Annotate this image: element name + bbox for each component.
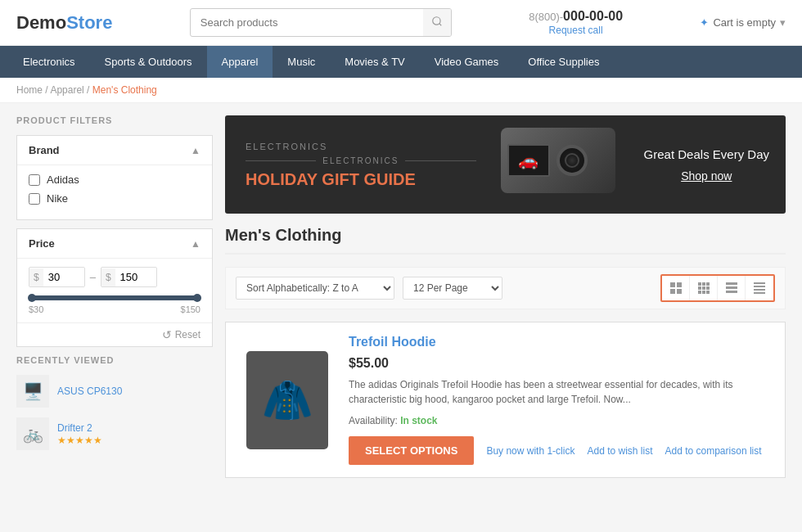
main-layout: PRODUCT FILTERS Brand ▲ Adidas Nike <box>0 103 802 490</box>
toolbar-left: Sort Alphabetically: Z to A 12 Per Page <box>236 277 502 300</box>
logo[interactable]: DemoStore <box>16 12 112 34</box>
product-name[interactable]: Trefoil Hoodie <box>349 335 773 349</box>
brand-adidas-item[interactable]: Adidas <box>29 174 200 186</box>
sidebar: PRODUCT FILTERS Brand ▲ Adidas Nike <box>16 115 213 478</box>
recent-item-drifter: 🚲 Drifter 2 ★★★★★ <box>16 417 213 450</box>
banner-text: ELECTRONICS ELECTRONICS HOLIDAY GIFT GUI… <box>225 129 497 201</box>
per-page-select[interactable]: 12 Per Page <box>403 277 502 300</box>
reset-label: Reset <box>175 329 200 340</box>
camera-screen: 🚗 <box>507 144 550 177</box>
product-list: 🧥 Trefoil Hoodie $55.00 The adidas Origi… <box>225 322 786 478</box>
svg-rect-7 <box>702 282 705 286</box>
request-call-link[interactable]: Request call <box>549 25 603 36</box>
toolbar: Sort Alphabetically: Z to A 12 Per Page <box>225 267 786 309</box>
nav-item-music[interactable]: Music <box>273 46 330 78</box>
price-max-symbol: $ <box>101 268 115 286</box>
svg-rect-13 <box>702 291 705 294</box>
brand-adidas-checkbox[interactable] <box>29 174 40 186</box>
svg-rect-17 <box>726 291 737 293</box>
banner-title: HOLIDAY GIFT GUIDE <box>246 170 476 188</box>
nav-item-electronics[interactable]: Electronics <box>8 46 90 78</box>
select-options-button[interactable]: SELECT OPTIONS <box>349 436 474 465</box>
price-min-input[interactable] <box>43 268 84 286</box>
cart-icon: ✦ <box>700 16 709 29</box>
brand-filter-header[interactable]: Brand ▲ <box>17 136 212 165</box>
nav-item-office[interactable]: Office Supplies <box>513 46 614 78</box>
wish-list-link[interactable]: Add to wish list <box>587 445 652 457</box>
product-description: The adidas Originals Trefoil Hoodie has … <box>349 377 773 407</box>
cart-dropdown-icon: ▾ <box>780 16 786 29</box>
grid-small-view-btn[interactable] <box>690 276 718 300</box>
svg-rect-3 <box>677 282 682 287</box>
contact-info: 8(800)-000-00-00 Request call <box>529 9 623 36</box>
comparison-list-link[interactable]: Add to comparison list <box>665 445 762 457</box>
svg-rect-21 <box>754 292 765 294</box>
brand-nike-item[interactable]: Nike <box>29 192 200 205</box>
svg-rect-5 <box>677 289 682 294</box>
promo-banner: ELECTRONICS ELECTRONICS HOLIDAY GIFT GUI… <box>225 115 786 214</box>
price-separator: – <box>90 271 96 283</box>
svg-rect-2 <box>670 282 675 287</box>
recent-drifter-stars: ★★★★★ <box>57 435 102 446</box>
breadcrumb-sep2: / <box>87 84 92 96</box>
price-inputs: $ – $ <box>29 267 200 287</box>
price-handle-right[interactable] <box>193 294 201 302</box>
recent-item-asus: 🖥️ ASUS CP6130 <box>16 375 213 408</box>
list-icon <box>726 282 737 294</box>
price-range-fill <box>32 295 197 300</box>
list-compact-view-btn[interactable] <box>746 276 773 300</box>
logo-store: Store <box>66 12 112 33</box>
banner-deal: Great Deals Every Day Shop now <box>628 134 786 195</box>
price-range-min-label: $30 <box>29 304 43 314</box>
phone-number: 000-00-00 <box>563 9 623 23</box>
camera-lens <box>556 145 588 176</box>
search-input[interactable] <box>191 10 423 35</box>
main-nav: Electronics Sports & Outdoors Apparel Mu… <box>0 46 802 78</box>
category-title: Men's Clothing <box>225 226 786 255</box>
recent-drifter-link[interactable]: Drifter 2 <box>57 422 102 434</box>
cart-info[interactable]: ✦ Cart is empty ▾ <box>700 16 786 29</box>
nav-item-sports[interactable]: Sports & Outdoors <box>90 46 207 78</box>
breadcrumb-home[interactable]: Home <box>16 84 43 96</box>
price-filter-body: $ – $ $30 $150 <box>17 258 212 322</box>
nav-item-videogames[interactable]: Video Games <box>420 46 514 78</box>
svg-rect-8 <box>706 282 710 286</box>
search-button[interactable] <box>423 9 451 36</box>
price-range-labels: $30 $150 <box>29 304 200 314</box>
svg-rect-9 <box>698 286 701 290</box>
brand-nike-label: Nike <box>47 192 68 205</box>
breadcrumb-current: Men's Clothing <box>92 84 157 96</box>
svg-line-1 <box>439 24 441 26</box>
svg-rect-6 <box>698 282 701 286</box>
buy-now-link[interactable]: Buy now with 1-click <box>486 445 574 457</box>
price-handle-left[interactable] <box>28 294 36 302</box>
grid-view-btn[interactable] <box>662 276 690 300</box>
nav-item-apparel[interactable]: Apparel <box>207 46 273 78</box>
reset-row[interactable]: ↺ Reset <box>17 322 212 346</box>
search-icon <box>431 16 443 27</box>
svg-rect-10 <box>702 286 705 290</box>
product-filters-title: PRODUCT FILTERS <box>16 115 213 125</box>
price-filter-header[interactable]: Price ▲ <box>17 229 212 258</box>
sort-select[interactable]: Sort Alphabetically: Z to A <box>236 277 394 300</box>
availability-value: In stock <box>400 415 437 426</box>
product-image: 🧥 <box>238 335 336 465</box>
brand-nike-checkbox[interactable] <box>29 193 40 205</box>
shop-now-link[interactable]: Shop now <box>681 169 732 183</box>
nav-item-movies[interactable]: Movies & TV <box>330 46 419 78</box>
header: DemoStore 8(800)-000-00-00 Request call … <box>0 0 802 46</box>
svg-rect-11 <box>706 286 710 290</box>
product-price: $55.00 <box>349 356 773 371</box>
breadcrumb-parent[interactable]: Apparel <box>50 84 83 96</box>
table-row: 🧥 Trefoil Hoodie $55.00 The adidas Origi… <box>225 322 786 478</box>
banner-subtitle: ELECTRONICS <box>246 142 476 151</box>
list-compact-icon <box>754 282 765 294</box>
price-max-input[interactable] <box>115 268 156 286</box>
availability-label: Availability: <box>349 415 400 426</box>
price-range-max-label: $150 <box>181 304 200 314</box>
svg-rect-16 <box>726 286 737 289</box>
product-info: Trefoil Hoodie $55.00 The adidas Origina… <box>349 335 773 465</box>
recent-asus-link[interactable]: ASUS CP6130 <box>57 385 122 397</box>
list-view-btn[interactable] <box>718 276 746 300</box>
brand-adidas-label: Adidas <box>47 174 79 186</box>
